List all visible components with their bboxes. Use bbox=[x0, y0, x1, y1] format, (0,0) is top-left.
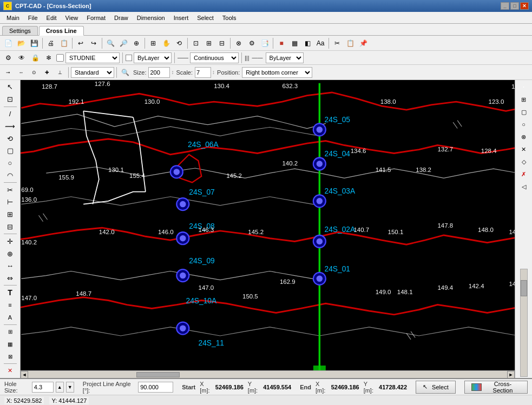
color-select[interactable]: ByLayer bbox=[134, 52, 172, 63]
snap-perp-btn[interactable]: ⊥ bbox=[54, 67, 66, 78]
maximize-button[interactable]: □ bbox=[510, 2, 519, 10]
horizontal-scrollbar[interactable]: ◄ ► bbox=[21, 370, 515, 378]
linetype-select[interactable]: Continuous bbox=[190, 52, 239, 63]
tab-settings[interactable]: Settings bbox=[2, 26, 38, 35]
menu-view[interactable]: View bbox=[61, 14, 83, 22]
menu-main[interactable]: Main bbox=[2, 14, 24, 22]
attrib-tool-btn[interactable]: A bbox=[3, 311, 17, 323]
print-button[interactable]: 🖨 bbox=[45, 37, 57, 49]
erase-tool-btn[interactable]: ✕ bbox=[3, 365, 17, 377]
scroll-right-btn[interactable]: ► bbox=[507, 371, 515, 379]
rectangle-tool-btn[interactable]: ▢ bbox=[3, 145, 17, 157]
layer-visible-btn[interactable]: 👁 bbox=[16, 52, 28, 64]
layer-select[interactable]: STUDNIE bbox=[65, 52, 120, 63]
arrow-rt-btn[interactable]: ◁ bbox=[517, 181, 530, 192]
menu-insert[interactable]: Insert bbox=[169, 14, 193, 22]
undo-button[interactable]: ↩ bbox=[75, 37, 87, 49]
zoom-prev-button[interactable]: ⟲ bbox=[173, 37, 185, 49]
copy-tool-btn[interactable]: ⊕ bbox=[3, 248, 17, 260]
vscroll-thumb[interactable] bbox=[521, 280, 527, 296]
circle-tool-btn[interactable]: ○ bbox=[3, 157, 17, 169]
menu-dimension[interactable]: Dimension bbox=[133, 14, 169, 22]
arc-tool-btn[interactable]: ◠ bbox=[3, 169, 17, 181]
menu-draw[interactable]: Draw bbox=[110, 14, 133, 22]
select-all-button[interactable]: ⊗ bbox=[233, 37, 245, 49]
snap-intersection-btn[interactable]: ✚ bbox=[41, 67, 53, 78]
text-style-button[interactable]: Aa bbox=[314, 37, 326, 49]
zoom-out-button[interactable]: 🔎 bbox=[117, 37, 129, 49]
scale-tool-btn[interactable]: ↔ bbox=[3, 260, 17, 272]
cut-button[interactable]: ✂ bbox=[331, 37, 343, 49]
scroll-left-btn[interactable]: ◄ bbox=[21, 371, 28, 379]
extend-tool-btn[interactable]: ⊢ bbox=[3, 196, 17, 208]
diamond-rt-btn[interactable]: ◇ bbox=[517, 156, 530, 168]
layer-manager-button[interactable]: 📑 bbox=[259, 37, 271, 49]
paste-button[interactable]: 📌 bbox=[357, 37, 369, 49]
zoom-in-button[interactable]: 🔍 bbox=[104, 37, 116, 49]
hole-size-down[interactable]: ▼ bbox=[66, 382, 74, 393]
del-rt-btn[interactable]: ✗ bbox=[517, 168, 530, 180]
position-select[interactable]: Right bottom corner bbox=[242, 67, 312, 78]
map-canvas[interactable]: 24S_05 24S_04 24S_06A 24S_07 24S_03A 24S… bbox=[21, 80, 515, 378]
close-button[interactable]: ✕ bbox=[520, 2, 529, 10]
polyline-tool-btn[interactable]: ⟿ bbox=[3, 120, 17, 132]
pan-button[interactable]: ✋ bbox=[160, 37, 172, 49]
hatch-button[interactable]: ▦ bbox=[288, 37, 300, 49]
menu-select[interactable]: Select bbox=[193, 14, 218, 22]
line-tool-btn[interactable]: / bbox=[3, 108, 17, 120]
size-input[interactable] bbox=[148, 67, 170, 78]
block-tool-btn[interactable]: ⊠ bbox=[3, 350, 17, 362]
tab-crossline[interactable]: Cross Line bbox=[39, 26, 84, 36]
hscroll-track[interactable] bbox=[28, 371, 507, 378]
new-button[interactable]: 📄 bbox=[2, 37, 14, 49]
mtext-tool-btn[interactable]: ≡ bbox=[3, 299, 17, 311]
copy-button[interactable]: 📋 bbox=[344, 37, 356, 49]
open-button[interactable]: 📂 bbox=[15, 37, 27, 49]
ortho-button[interactable]: ⊟ bbox=[216, 37, 228, 49]
grid-rt-btn[interactable]: ⊞ bbox=[517, 94, 530, 105]
offset-tool-btn[interactable]: ⊞ bbox=[3, 209, 17, 221]
layer-freeze-btn[interactable]: ❄ bbox=[43, 52, 55, 64]
hscroll-thumb[interactable] bbox=[136, 372, 180, 377]
save-button[interactable]: 💾 bbox=[28, 37, 40, 49]
print-preview-button[interactable]: 📋 bbox=[58, 37, 70, 49]
trim-tool-btn[interactable]: ✂ bbox=[3, 184, 17, 196]
text-tool-btn[interactable]: T bbox=[3, 287, 17, 298]
cross-rt-btn[interactable]: ⊗ bbox=[517, 131, 530, 143]
properties-button[interactable]: ⚙ bbox=[246, 37, 258, 49]
snap-endpoint-btn[interactable]: ⊸ bbox=[2, 67, 14, 78]
scale-input[interactable] bbox=[195, 67, 211, 78]
dim-tool-btn[interactable]: ⊞ bbox=[3, 326, 17, 338]
mirror-tool-btn[interactable]: ⊟ bbox=[3, 221, 17, 233]
snap-rt-btn[interactable]: · bbox=[517, 81, 530, 93]
layer-lock-btn[interactable]: 🔒 bbox=[29, 52, 41, 64]
menu-tools[interactable]: Tools bbox=[218, 14, 241, 22]
menu-file[interactable]: File bbox=[24, 14, 42, 22]
hole-size-input[interactable] bbox=[32, 382, 54, 393]
move-tool-btn[interactable]: ✛ bbox=[3, 235, 17, 247]
snap-midpoint-btn[interactable]: ↔ bbox=[15, 67, 27, 78]
x-rt-btn[interactable]: ✕ bbox=[517, 143, 530, 155]
rect-rt-btn[interactable]: ▢ bbox=[517, 106, 530, 118]
minimize-button[interactable]: _ bbox=[501, 2, 509, 10]
menu-format[interactable]: Format bbox=[82, 14, 110, 22]
circle-rt-btn[interactable]: ○ bbox=[517, 118, 530, 130]
vscroll[interactable] bbox=[520, 269, 528, 377]
snap-center-btn[interactable]: ⊙ bbox=[28, 67, 40, 78]
redo-button[interactable]: ↪ bbox=[88, 37, 100, 49]
zoom-window-button[interactable]: ⊞ bbox=[147, 37, 159, 49]
stretch-tool-btn[interactable]: ⇔ bbox=[3, 273, 17, 284]
hatch-tool-btn[interactable]: ▦ bbox=[3, 338, 17, 350]
hole-size-up[interactable]: ▲ bbox=[56, 382, 64, 393]
layer-color-btn[interactable] bbox=[56, 54, 64, 62]
select-tool-btn[interactable]: ↖ bbox=[3, 81, 17, 93]
angle-input[interactable] bbox=[138, 382, 173, 393]
zoom-magnifier-btn[interactable]: 🔍 bbox=[119, 67, 131, 78]
zoom-fit-button[interactable]: ⊕ bbox=[130, 37, 142, 49]
select-button[interactable]: ↖ Select bbox=[416, 381, 456, 394]
crosssection-button[interactable]: Cross-Section bbox=[464, 381, 528, 394]
dim-style-button[interactable]: ◧ bbox=[301, 37, 313, 49]
snap-button[interactable]: ⊡ bbox=[190, 37, 202, 49]
color-button[interactable]: ■ bbox=[275, 37, 287, 49]
style-select[interactable]: Standard bbox=[71, 67, 114, 78]
